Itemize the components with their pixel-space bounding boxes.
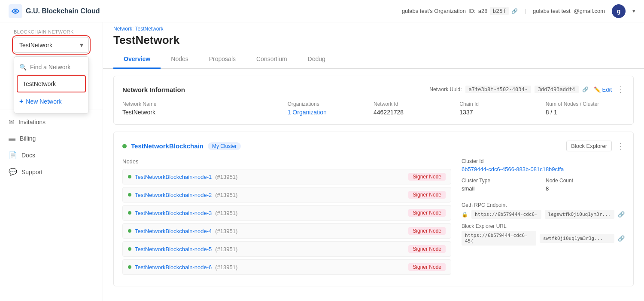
avatar[interactable]: g [612, 4, 626, 18]
logo-area: G.U. Blockchain Cloud [9, 4, 100, 18]
node-row: TestNetworkBlockchain-node-4 (#13951) Si… [122, 223, 451, 239]
tab-dedug[interactable]: Dedug [298, 50, 336, 69]
plus-icon: + [19, 98, 23, 105]
node-3-id: (#13951) [215, 210, 237, 216]
node-1-badge: Signer Node [408, 173, 446, 181]
edit-pencil-icon: ✏️ [594, 86, 601, 93]
nodes-cluster-value: 8 / 1 [546, 109, 625, 116]
tab-overview[interactable]: Overview [113, 50, 161, 69]
user-email: @gmail.com [574, 8, 605, 14]
docs-label: Docs [21, 152, 35, 159]
edit-button[interactable]: ✏️ Edit [594, 86, 612, 93]
tab-nodes[interactable]: Nodes [161, 50, 198, 69]
network-name-field: Network Name TestNetwork [122, 101, 281, 116]
sidebar-item-invitations[interactable]: ✉ Invitations [0, 114, 103, 130]
cluster-content: Nodes TestNetworkBlockchain-node-1 (#139… [122, 158, 625, 277]
nodes-label: Nodes [122, 158, 451, 165]
support-icon: 💬 [9, 168, 17, 176]
billing-icon: ▬ [9, 135, 15, 142]
node-2-dot [128, 193, 131, 197]
nodes-cluster-label: Num of Nodes / Cluster [546, 101, 625, 107]
app-name: G.U. Blockchain Cloud [26, 7, 100, 15]
header: G.U. Blockchain Cloud gulabs test's Orga… [0, 0, 644, 22]
main-layout: Blockchain Network TestNetwork ▾ 🔍 TestN… [0, 22, 644, 301]
org-label: gulabs test's Organization [402, 8, 466, 14]
node-3-name[interactable]: TestNetworkBlockchain-node-3 [135, 210, 212, 216]
avatar-chevron[interactable]: ▾ [632, 8, 635, 14]
uuid-val1: a7fe3b8f-f502-4034- [465, 86, 531, 93]
header-divider: | [525, 8, 526, 14]
tab-proposals[interactable]: Proposals [199, 50, 246, 69]
orgs-label: Organizations [288, 101, 367, 107]
sidebar-item-docs[interactable]: 📄 Docs [0, 147, 103, 163]
geth-rpc-field: Geth RPC Endpoint 🔒 https://6b579444-cdc… [462, 202, 625, 219]
node-count-label: Node Count [546, 178, 625, 184]
cluster-header: TestNetworkBlockchain My Cluster Block E… [122, 141, 625, 151]
tabs: Overview Nodes Proposals Consortium Dedu… [103, 50, 644, 69]
header-right: gulabs test's Organization ID: a28 b25f … [402, 4, 635, 18]
node-row: TestNetworkBlockchain-node-2 (#13951) Si… [122, 187, 451, 203]
more-button[interactable]: ⋮ [617, 85, 625, 94]
cluster-name[interactable]: TestNetworkBlockchain [131, 142, 204, 150]
network-id-label: Network Id [374, 101, 453, 107]
block-explorer-url-field: Block Explorer URL https://6b579444-cdc6… [462, 223, 625, 246]
chevron-down-icon: ▾ [80, 41, 83, 49]
chain-id-value: 1337 [459, 109, 538, 116]
cluster-more-button[interactable]: ⋮ [617, 141, 625, 151]
node-2-name[interactable]: TestNetworkBlockchain-node-2 [135, 192, 212, 198]
geth-rpc-row: 🔒 https://6b579444-cdc6- legswtfk0ji0uq1… [462, 210, 625, 219]
uuid-copy-icon[interactable]: 🔗 [582, 86, 589, 92]
network-dropdown: 🔍 TestNetwork + New Network [14, 56, 89, 114]
dropdown-item-testnetwork[interactable]: TestNetwork [17, 75, 86, 92]
orgs-value[interactable]: 1 Organization [288, 109, 367, 116]
dropdown-search-area: 🔍 [14, 60, 88, 74]
org-id-suffix: b25f [490, 7, 508, 15]
node-count-field: Node Count 8 [546, 178, 625, 197]
node-6-name[interactable]: TestNetworkBlockchain-node-6 [135, 264, 212, 270]
node-6-badge: Signer Node [408, 263, 446, 271]
node-2-badge: Signer Node [408, 191, 446, 199]
network-info-header: Network Information Network Uuid: a7fe3b… [122, 85, 625, 94]
network-selector-text: TestNetwork [19, 42, 52, 49]
svg-point-1 [15, 10, 17, 12]
node-4-name[interactable]: TestNetworkBlockchain-node-4 [135, 228, 212, 234]
cluster-badge: My Cluster [208, 142, 241, 150]
page-title: TestNetwork [103, 32, 644, 47]
network-info-grid: Network Name TestNetwork Organizations 1… [122, 101, 625, 116]
sidebar-item-support[interactable]: 💬 Support [0, 163, 103, 180]
node-5-name[interactable]: TestNetworkBlockchain-node-5 [135, 246, 212, 252]
geth-rpc-copy-icon[interactable]: 🔗 [618, 211, 625, 218]
org-link-icon[interactable]: 🔗 [511, 8, 518, 14]
invitations-icon: ✉ [9, 118, 14, 126]
node-1-name[interactable]: TestNetworkBlockchain-node-1 [135, 174, 212, 180]
node-6-id: (#13951) [215, 264, 237, 270]
network-selector-wrapper: TestNetwork ▾ 🔍 TestNetwork + New Networ… [7, 37, 96, 56]
cluster-title-area: TestNetworkBlockchain My Cluster [122, 142, 241, 150]
network-selector-button[interactable]: TestNetwork ▾ [14, 37, 89, 53]
uuid-label: Network Uuid: [429, 86, 462, 92]
nodes-cluster-field: Num of Nodes / Cluster 8 / 1 [546, 101, 625, 116]
org-id-label: ID: [468, 8, 476, 14]
node-5-dot [128, 247, 131, 251]
block-explorer-url-suffix: swtfk0ji0uq1ym3r3g... [540, 234, 614, 243]
block-explorer-button[interactable]: Block Explorer [566, 141, 612, 151]
geth-rpc-val: https://6b579444-cdc6- [471, 210, 541, 219]
new-network-button[interactable]: + New Network [14, 93, 88, 110]
breadcrumb-prefix: Network: [113, 26, 134, 32]
sidebar: Blockchain Network TestNetwork ▾ 🔍 TestN… [0, 22, 103, 301]
block-explorer-url-copy-icon[interactable]: 🔗 [618, 235, 625, 242]
node-3-badge: Signer Node [408, 209, 446, 217]
cluster-id-field: Cluster Id 6b579444-cdc6-4566-883b-081c1… [462, 158, 625, 172]
node-5-id: (#13951) [215, 246, 237, 252]
node-row: TestNetworkBlockchain-node-1 (#13951) Si… [122, 169, 451, 184]
node-1-dot [128, 175, 131, 178]
orgs-field: Organizations 1 Organization [288, 101, 367, 116]
invitations-label: Invitations [18, 119, 46, 126]
breadcrumb-network: TestNetwork [135, 26, 163, 32]
sidebar-item-billing[interactable]: ▬ Billing [0, 130, 103, 147]
tab-consortium[interactable]: Consortium [246, 50, 298, 69]
node-6-dot [128, 265, 131, 269]
network-search-input[interactable] [30, 64, 83, 71]
user-info: gulabs test test @gmail.com [533, 8, 605, 14]
geth-rpc-suffix: legswtfk0ji0uq1ym3r... [545, 210, 615, 219]
